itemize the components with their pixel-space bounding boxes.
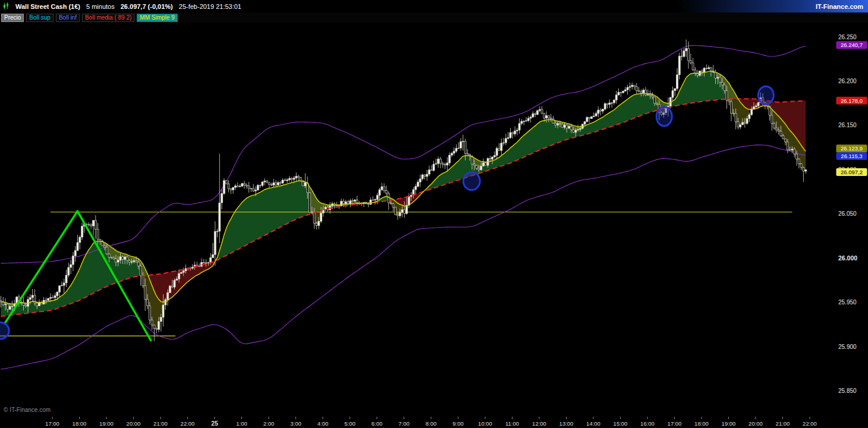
indicator-legend-bar: Precio Boll sup Boll inf Boll media ( 89… [0, 12, 868, 23]
x-axis-label: 17:00 [45, 420, 59, 427]
last-price-readout: 26.097,7 (-0,01%) [121, 3, 173, 10]
x-axis-label: 16:00 [640, 420, 655, 427]
x-axis-label: 2:00 [263, 420, 275, 427]
x-axis-label: 9:00 [452, 420, 464, 427]
x-axis-label: 19:00 [722, 420, 736, 427]
indicator-chip-boll-inf[interactable]: Boll inf [56, 14, 80, 22]
y-axis-label: 25.900 [838, 344, 857, 350]
y-axis-label: 26.000 [838, 254, 857, 262]
indicator-chip-precio[interactable]: Precio [1, 14, 24, 22]
indicator-chip-boll-sup[interactable]: Boll sup [26, 14, 54, 22]
axis-price-tag-label: 26.115,3 [841, 153, 862, 159]
annotation-circle[interactable] [656, 107, 672, 126]
chart-window: Wall Street Cash (1€) 5 minutos 26.097,7… [0, 0, 868, 428]
x-axis-label: 21:00 [776, 420, 790, 427]
copyright-watermark: © IT-Finance.com [4, 407, 51, 413]
x-axis-label: 5:00 [344, 420, 356, 427]
bull-cloud-fill [1, 71, 738, 316]
x-axis-label: 20:00 [127, 420, 141, 427]
axis-price-tags: 26.240,726.178,026.123,926.115,326.097,2 [836, 41, 867, 176]
x-axis-label: 22:00 [181, 420, 195, 427]
x-axis-label: 6:00 [372, 420, 383, 427]
axis-price-tag-label: 26.097,2 [841, 169, 863, 175]
x-axis-label: 15:00 [614, 420, 628, 427]
y-axis-label: 26.050 [838, 210, 857, 217]
instrument-name: Wall Street Cash (1€) [15, 3, 80, 10]
x-axis-label: 11:00 [505, 420, 519, 427]
y-axis-label: 25.850 [838, 388, 857, 394]
x-axis-label: 17:00 [668, 420, 682, 427]
x-axis-label: 22:00 [803, 420, 817, 427]
x-axis-label: 25 [211, 420, 218, 427]
y-axis-label: 26.200 [838, 78, 857, 84]
x-axis-label: 12:00 [532, 420, 546, 427]
annotation-circle[interactable] [463, 172, 480, 190]
x-axis-label: 20:00 [749, 420, 763, 427]
x-axis-label: 3:00 [290, 420, 301, 427]
axis-price-tag-label: 26.123,9 [841, 145, 863, 152]
candlestick-icon [2, 2, 10, 10]
x-axis-label: 19:00 [99, 420, 114, 427]
price-chart-canvas[interactable]: 26.25026.20026.15026.10026.05026.00025.9… [0, 23, 868, 428]
indicator-chip-boll-media[interactable]: Boll media ( 89 2) [82, 14, 134, 22]
x-axis-label: 14:00 [586, 420, 600, 427]
x-axis-label: 13:00 [559, 420, 574, 427]
brand-logo: IT-Finance.com [816, 3, 866, 10]
y-axis-label: 25.950 [838, 299, 857, 306]
x-axis-label: 10:00 [478, 420, 492, 427]
timeframe-label: 5 minutos [86, 3, 115, 10]
timestamp-readout: 25-feb-2019 21:53:01 [179, 3, 241, 10]
price-axis[interactable]: 26.25026.20026.15026.10026.05026.00025.9… [838, 34, 857, 394]
indicator-chip-mm-simple[interactable]: MM Simple 9 [137, 14, 177, 22]
x-axis-label: 7:00 [398, 420, 410, 427]
time-axis[interactable]: 17:0018:0019:0020:0021:0022:00251:002:00… [45, 417, 817, 427]
y-axis-label: 26.250 [838, 34, 857, 40]
plot-layers [0, 40, 807, 369]
annotation-circle[interactable] [0, 322, 9, 339]
axis-price-tag-label: 26.178,0 [841, 97, 863, 104]
title-bar: Wall Street Cash (1€) 5 minutos 26.097,7… [0, 0, 868, 12]
x-axis-label: 18:00 [694, 420, 709, 427]
x-axis-label: 1:00 [236, 420, 247, 427]
annotation-circle[interactable] [758, 86, 773, 104]
y-axis-label: 26.150 [838, 122, 857, 128]
axis-price-tag-label: 26.240,7 [841, 42, 863, 48]
x-axis-label: 18:00 [73, 420, 87, 427]
boll-sup-line [1, 45, 806, 263]
x-axis-label: 8:00 [426, 420, 437, 427]
x-axis-label: 4:00 [317, 420, 329, 427]
x-axis-label: 21:00 [153, 420, 168, 427]
